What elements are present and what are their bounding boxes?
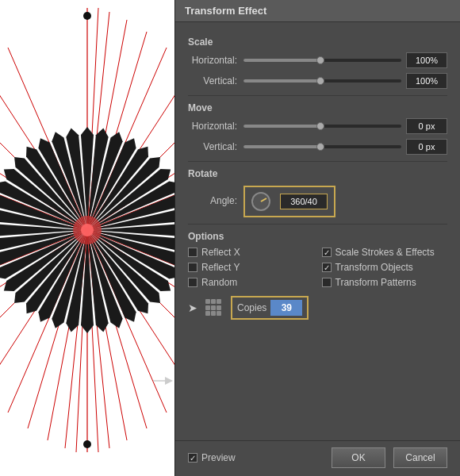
svg-point-86 [83,440,91,448]
options-section-label: Options [188,231,447,242]
reflect-y-label: Reflect Y [201,262,240,273]
preview-checkbox[interactable] [188,453,197,463]
scale-strokes-label: Scale Strokes & Effects [335,247,435,258]
transform-effect-dialog: Transform Effect Scale Horizontal: Verti… [174,0,460,476]
grid-icon [205,299,223,317]
ok-button[interactable]: OK [332,447,385,468]
arrow-icon: ➤ [188,301,197,314]
preview-label: Preview [201,452,236,463]
rotate-angle-label: Angle: [188,195,243,206]
move-vertical-label: Vertical: [188,141,243,152]
scale-vertical-row: Vertical: [188,73,447,89]
transform-objects-label: Transform Objects [335,262,413,273]
rotate-angle-input[interactable] [280,194,328,209]
move-horizontal-input[interactable] [406,118,447,134]
preview-row[interactable]: Preview [188,452,236,463]
copies-input[interactable] [270,300,302,316]
transform-objects-row[interactable]: Transform Objects [322,262,448,273]
move-horizontal-label: Horizontal: [188,121,243,132]
cancel-button[interactable]: Cancel [393,447,447,468]
rotate-angle-row: Angle: [188,184,447,217]
transform-patterns-label: Transform Patterns [335,277,416,288]
reflect-y-checkbox[interactable] [188,263,197,272]
scale-horizontal-input[interactable] [406,52,447,68]
rotate-section-label: Rotate [188,168,447,179]
copies-box: Copies [231,296,309,320]
reflect-x-row[interactable]: Reflect X [188,247,314,258]
random-label: Random [201,277,237,288]
copies-row: ➤ Copies [188,296,447,320]
scale-vertical-label: Vertical: [188,75,243,86]
svg-point-92 [81,224,94,236]
reflect-x-checkbox[interactable] [188,248,197,257]
copies-label: Copies [237,302,266,313]
scale-horizontal-row: Horizontal: [188,52,447,68]
scale-strokes-row[interactable]: Scale Strokes & Effects [322,247,448,258]
scale-vertical-slider[interactable] [243,75,401,87]
scale-vertical-input[interactable] [406,73,447,89]
move-vertical-slider[interactable] [243,140,401,153]
reflect-y-row[interactable]: Reflect Y [188,262,314,273]
svg-point-81 [83,12,91,20]
dialog-title: Transform Effect [175,0,460,22]
move-vertical-input[interactable] [406,139,447,155]
dialog-footer: Preview OK Cancel [175,440,460,476]
move-horizontal-slider[interactable] [243,120,401,132]
angle-dial[interactable] [251,192,270,211]
canvas-area [0,0,174,476]
options-grid: Reflect X Scale Strokes & Effects Reflec… [188,247,447,288]
transform-patterns-checkbox[interactable] [322,278,332,287]
scale-section-label: Scale [188,36,447,48]
move-section-label: Move [188,102,447,113]
random-row[interactable]: Random [188,277,314,288]
reflect-x-label: Reflect X [201,247,240,258]
random-checkbox[interactable] [188,278,197,287]
scale-horizontal-slider[interactable] [243,54,401,67]
transform-objects-checkbox[interactable] [322,263,332,272]
transform-patterns-row[interactable]: Transform Patterns [322,277,448,288]
scale-strokes-checkbox[interactable] [322,248,332,257]
move-horizontal-row: Horizontal: [188,118,447,134]
move-vertical-row: Vertical: [188,139,447,155]
scale-horizontal-label: Horizontal: [188,55,243,66]
rotate-box [243,186,335,217]
